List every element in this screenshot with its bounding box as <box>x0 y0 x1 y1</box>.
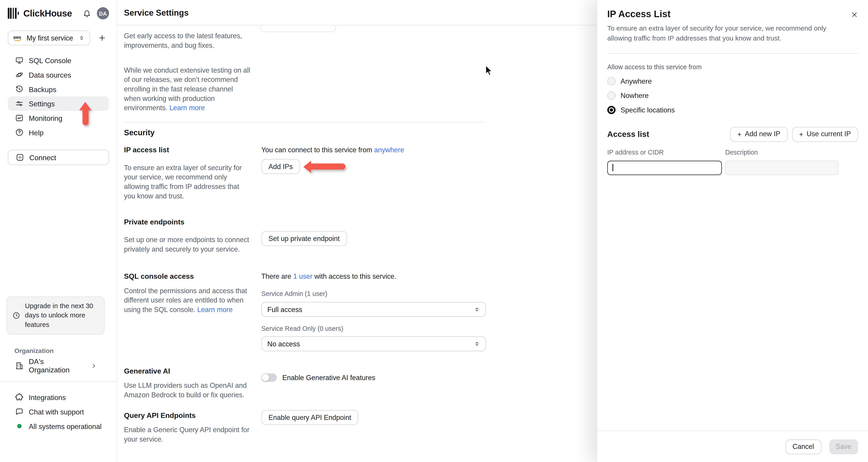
text-caret <box>612 164 613 171</box>
generative-ai-toggle[interactable] <box>261 374 277 382</box>
query-api-description: Enable a Generic Query API endpoint for … <box>124 426 250 444</box>
sidebar-item-sql-console[interactable]: SQL Console <box>8 53 109 68</box>
close-icon[interactable] <box>849 9 859 20</box>
sidebar-item-settings[interactable]: Settings <box>8 96 109 111</box>
sidebar-item-backups[interactable]: Backups <box>8 82 109 96</box>
radio-icon[interactable] <box>608 106 616 114</box>
fast-release-paragraph-1: Get early access to the latest features,… <box>124 32 250 51</box>
backups-history-icon <box>15 85 24 94</box>
sidebar-item-label: Settings <box>29 99 55 108</box>
help-question-icon <box>15 128 24 137</box>
add-ips-button[interactable]: Add IPs <box>261 159 300 174</box>
plus-icon: + <box>737 130 742 139</box>
query-api-title: Query API Endpoints <box>124 411 250 420</box>
anywhere-link[interactable]: anywhere <box>374 146 404 154</box>
service-readonly-value: No access <box>268 340 300 348</box>
cancel-button[interactable]: Cancel <box>785 439 821 454</box>
private-endpoints-title: Private endpoints <box>124 218 250 227</box>
service-selector-row: aws My first service <box>8 31 109 46</box>
ip-address-label: IP address or CIDR <box>608 148 722 156</box>
clickhouse-logo-icon[interactable] <box>8 8 19 19</box>
learn-more-link[interactable]: Learn more <box>169 104 205 112</box>
sql-console-access-description: Control the permissions and access that … <box>124 286 250 315</box>
access-list-form: IP address or CIDR Description <box>608 148 858 175</box>
annotation-arrow-left <box>303 161 345 173</box>
generative-ai-description: Use LLM providers such as OpenAI and Ama… <box>124 381 250 400</box>
section-divider <box>124 122 486 122</box>
sidebar-item-label: Monitoring <box>29 114 62 122</box>
access-list-header: Access list +Add new IP +Use current IP <box>608 127 858 142</box>
setup-private-endpoint-button[interactable]: Set up private endpoint <box>261 231 347 246</box>
fast-release-description: Get early access to the latest features,… <box>124 32 250 113</box>
connect-button[interactable]: Connect <box>8 149 109 165</box>
integrations-puzzle-icon <box>15 393 24 402</box>
ip-access-list-description: To ensure an extra layer of security for… <box>124 163 250 201</box>
chevron-up-down-icon <box>79 34 85 41</box>
upgrade-banner[interactable]: Upgrade in the next 30 days to unlock mo… <box>6 296 104 335</box>
sidebar-item-label: SQL Console <box>29 56 71 65</box>
sidebar-item-chat-support[interactable]: Chat with support <box>8 406 109 417</box>
system-status-row[interactable]: All systems operational <box>8 421 109 432</box>
notifications-bell-icon[interactable] <box>81 7 93 20</box>
description-input[interactable] <box>725 161 839 175</box>
settings-sliders-icon <box>15 99 24 108</box>
save-button[interactable]: Save <box>829 439 858 454</box>
service-admin-label: Service Admin (1 user) <box>261 290 486 297</box>
clipped-dropdown-remnant[interactable] <box>260 26 336 32</box>
access-list-title: Access list <box>608 129 649 139</box>
panel-footer: Cancel Save <box>597 431 868 462</box>
upgrade-text: Upgrade in the next 30 days to unlock mo… <box>25 301 100 330</box>
organization-row[interactable]: DA's Organization <box>8 359 109 372</box>
panel-title: IP Access List <box>608 9 858 20</box>
avatar[interactable]: DA <box>97 7 109 20</box>
sidebar-item-monitoring[interactable]: Monitoring <box>8 111 109 125</box>
radio-icon[interactable] <box>608 77 616 86</box>
organization-name: DA's Organization <box>29 357 86 374</box>
description-label: Description <box>725 148 839 156</box>
svg-text:aws: aws <box>13 35 21 39</box>
generative-ai-title: Generative AI <box>124 367 250 376</box>
status-label: All systems operational <box>29 422 101 430</box>
ip-access-list-title: IP access list <box>124 146 250 154</box>
one-user-link[interactable]: 1 user <box>293 272 312 280</box>
sql-access-summary: There are 1 user with access to this ser… <box>261 272 486 281</box>
sidebar-item-data-sources[interactable]: Data sources <box>8 68 109 82</box>
service-readonly-select[interactable]: No access <box>261 337 486 351</box>
add-service-button[interactable] <box>95 31 109 45</box>
service-name: My first service <box>27 34 79 42</box>
annotation-arrow-up <box>79 102 92 125</box>
allow-access-options: Anywhere Nowhere Specific locations <box>608 77 858 115</box>
private-endpoints-description: Set up one or more endpoints to connect … <box>124 235 250 254</box>
aws-provider-icon: aws <box>13 35 23 41</box>
clock-icon <box>12 311 21 320</box>
radio-option-nowhere[interactable]: Nowhere <box>608 91 858 100</box>
sidebar-item-integrations[interactable]: Integrations <box>8 392 109 403</box>
panel-body: Allow access to this service from Anywhe… <box>597 63 868 175</box>
learn-more-link[interactable]: Learn more <box>197 306 232 314</box>
enable-query-api-button[interactable]: Enable query API Endpoint <box>261 410 359 425</box>
panel-divider <box>608 53 858 53</box>
page-title: Service Settings <box>124 8 189 17</box>
sidebar-divider <box>0 381 117 382</box>
radio-icon[interactable] <box>608 91 616 100</box>
use-current-ip-button[interactable]: +Use current IP <box>792 127 858 142</box>
brand-name[interactable]: ClickHouse <box>23 8 72 19</box>
ip-address-input[interactable] <box>608 161 722 175</box>
sql-console-access-title: SQL console access <box>124 272 250 281</box>
service-selector[interactable]: aws My first service <box>8 31 90 46</box>
allow-access-label: Allow access to this service from <box>608 63 858 70</box>
organization-section-label: Organization <box>14 347 109 354</box>
footer-item-label: Integrations <box>29 393 66 402</box>
service-admin-select[interactable]: Full access <box>261 302 486 317</box>
radio-option-specific-locations[interactable]: Specific locations <box>608 106 858 114</box>
sidebar-item-label: Help <box>29 128 43 137</box>
connect-icon <box>16 153 24 162</box>
status-green-dot-icon <box>17 424 22 428</box>
connect-from-line: You can connect to this service from any… <box>261 146 486 154</box>
sidebar-item-label: Data sources <box>29 70 71 79</box>
organization-building-icon <box>15 361 24 370</box>
radio-option-anywhere[interactable]: Anywhere <box>608 77 858 86</box>
add-new-ip-button[interactable]: +Add new IP <box>730 127 787 142</box>
monitoring-chart-icon <box>15 114 24 122</box>
sidebar-item-help[interactable]: Help <box>8 125 109 140</box>
